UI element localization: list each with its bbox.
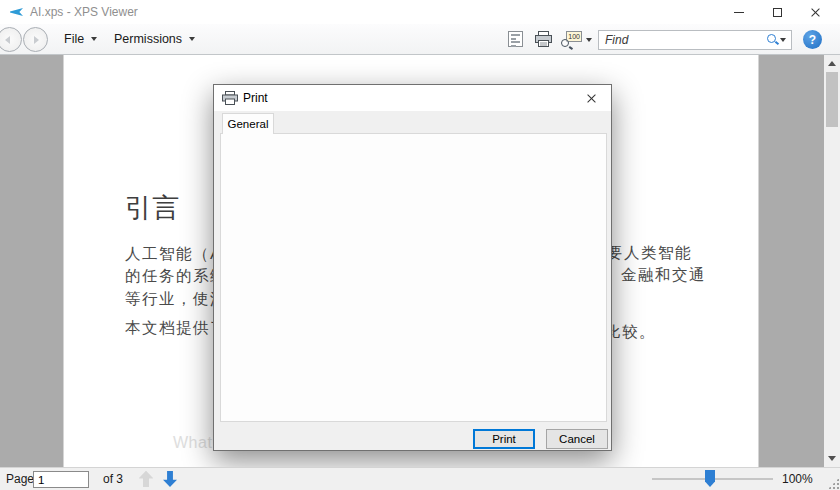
print-dialog: Print General Select Printer HP Universa… (213, 84, 612, 451)
scroll-up-icon[interactable] (828, 61, 836, 66)
zoom-tool-button[interactable]: 100 (560, 31, 582, 48)
doc-text-line: 本文档提供了 (125, 318, 227, 339)
back-icon (5, 36, 10, 44)
maximize-button[interactable] (760, 0, 794, 24)
help-icon: ? (809, 33, 816, 47)
page-label: Page (6, 472, 34, 486)
help-button[interactable]: ? (803, 30, 822, 49)
close-icon (810, 7, 821, 18)
page-count-label: of 3 (103, 472, 123, 486)
doc-text-line: 的任务的系统 (125, 266, 227, 287)
xps-viewer-window: AI.xps - XPS Viewer File Permissions (0, 0, 840, 490)
search-icon[interactable] (766, 33, 776, 47)
doc-text-line: 等行业，使流 (125, 289, 227, 310)
magnifier-icon (561, 39, 569, 47)
tab-general[interactable]: General (222, 113, 274, 134)
forward-icon (34, 36, 39, 44)
maximize-icon (773, 8, 782, 17)
page-number-input[interactable] (33, 471, 89, 488)
print-button-toolbar[interactable] (534, 31, 553, 52)
toolbar: File Permissions 100 (0, 24, 840, 55)
minimize-icon (734, 12, 744, 13)
doc-text-line: 金融和交通 (621, 265, 706, 286)
zoom-slider-thumb[interactable] (705, 470, 715, 487)
cancel-button[interactable]: Cancel (546, 429, 608, 449)
minimize-button[interactable] (722, 0, 756, 24)
doc-heading: 引言 (125, 190, 179, 226)
close-icon (586, 93, 597, 104)
find-box (598, 30, 792, 50)
dialog-title-bar: Print (214, 85, 611, 111)
doc-text-line: 比较。 (605, 322, 656, 343)
permissions-menu-label: Permissions (114, 32, 182, 46)
zoom-dropdown-icon[interactable] (586, 38, 592, 42)
chevron-down-icon (189, 37, 195, 41)
scrollbar-thumb[interactable] (826, 72, 838, 127)
file-menu-label: File (64, 32, 84, 46)
page-layout-button[interactable] (508, 31, 523, 47)
scroll-down-icon[interactable] (828, 456, 836, 461)
vertical-scrollbar[interactable] (824, 55, 840, 467)
permissions-menu[interactable]: Permissions (108, 24, 201, 54)
forward-button[interactable] (23, 27, 48, 52)
resize-grip-icon[interactable] (828, 478, 839, 489)
dialog-close-button[interactable] (575, 85, 607, 111)
dialog-title: Print (243, 85, 268, 111)
close-button[interactable] (798, 0, 832, 24)
find-input[interactable] (599, 33, 766, 47)
next-page-button[interactable] (163, 471, 177, 487)
previous-page-button[interactable] (139, 471, 153, 487)
printer-icon (534, 31, 553, 48)
zoom-badge: 100 (566, 31, 582, 42)
zoom-level: 100% (782, 472, 813, 486)
chevron-down-icon (91, 37, 97, 41)
tab-page (220, 133, 607, 422)
doc-text-line: 要人类智能 (607, 243, 692, 264)
window-title: AI.xps - XPS Viewer (30, 0, 138, 24)
print-button[interactable]: Print (473, 429, 535, 449)
find-dropdown-icon[interactable] (780, 38, 786, 42)
xps-app-icon (10, 6, 24, 18)
title-bar: AI.xps - XPS Viewer (0, 0, 840, 24)
file-menu[interactable]: File (58, 24, 103, 54)
printer-icon (222, 91, 238, 105)
back-button[interactable] (0, 27, 22, 52)
status-bar: Page of 3 100% (0, 467, 840, 490)
